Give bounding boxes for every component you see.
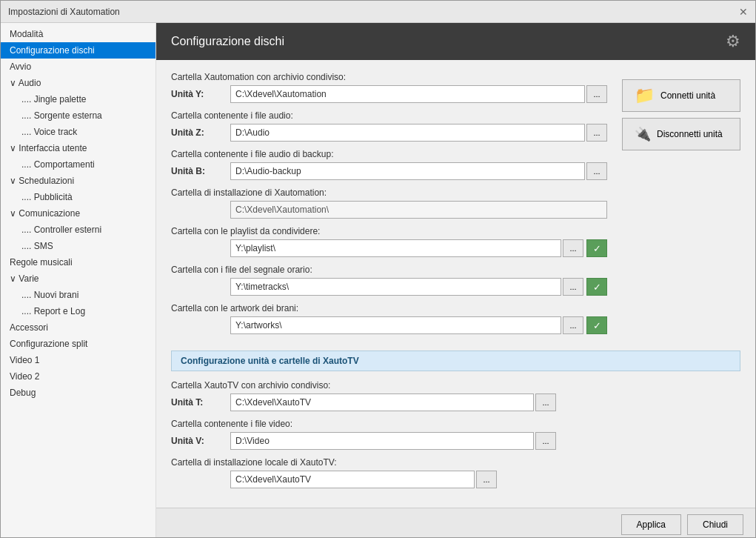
unit-y-desc: Cartella Xautomation con archivio condiv… <box>171 72 607 82</box>
unit-b-row: Unità B: ... <box>171 162 607 180</box>
playlist-check-button[interactable]: ✓ <box>586 239 607 257</box>
sidebar-item-sms[interactable]: .... SMS <box>1 238 155 254</box>
sidebar: Modalità Configurazione dischi Avvio ∨ A… <box>1 23 156 537</box>
arrow-audio: ∨ <box>10 78 19 88</box>
gear-icon: ⚙ <box>726 32 740 51</box>
sidebar-item-video2[interactable]: Video 2 <box>1 368 155 385</box>
sidebar-item-comunicazione[interactable]: ∨ Comunicazione <box>1 205 155 222</box>
right-panel: 📁 Connetti unità 🔌 Disconnetti unità <box>607 72 740 342</box>
unit-t-input-row: ... <box>230 393 556 411</box>
sidebar-item-varie[interactable]: ∨ Varie <box>1 270 155 287</box>
unit-y-input-row: ... <box>230 85 607 103</box>
xautotv-install-browse-button[interactable]: ... <box>476 471 497 488</box>
playlist-input[interactable] <box>230 239 561 257</box>
sidebar-item-report-log[interactable]: .... Report e Log <box>1 303 155 319</box>
artwork-check-button[interactable]: ✓ <box>586 316 607 334</box>
close-button[interactable]: Chiudi <box>687 514 743 535</box>
sidebar-item-controller-esterni[interactable]: .... Controller esterni <box>1 222 155 238</box>
xautotv-install-desc: Cartella di installazione locale di Xaut… <box>171 457 740 468</box>
unit-z-input[interactable] <box>230 124 585 142</box>
sidebar-item-debug[interactable]: Debug <box>1 385 155 401</box>
xautotv-install-input[interactable] <box>230 471 475 488</box>
sidebar-item-pubblicita[interactable]: .... Pubblicità <box>1 189 155 205</box>
arrow-varie: ∨ <box>10 273 19 284</box>
arrow-schedulazioni: ∨ <box>10 176 19 186</box>
install-input-row <box>230 201 607 219</box>
install-desc: Cartella di installazione di Xautomation… <box>171 187 607 198</box>
unit-z-row: Unità Z: ... <box>171 124 607 142</box>
sidebar-item-voice-track[interactable]: .... Voice track <box>1 124 155 140</box>
unit-v-input[interactable] <box>230 432 534 450</box>
unit-v-browse-button[interactable]: ... <box>535 432 556 450</box>
connect-unit-label: Connetti unità <box>660 90 715 101</box>
unit-b-input-row: ... <box>230 162 607 180</box>
main-window: Impostazioni di Xautomation ✕ Modalità C… <box>0 0 756 538</box>
folder-icon: 📁 <box>635 86 655 105</box>
form-section-main: Cartella Xautomation con archivio condiv… <box>171 72 607 342</box>
unit-t-input[interactable] <box>230 393 534 411</box>
unit-b-browse-button[interactable]: ... <box>586 162 607 180</box>
unit-t-label: Unità T: <box>171 397 230 408</box>
unit-z-block: Cartella contenente i file audio: Unità … <box>171 110 607 142</box>
sidebar-item-config-dischi[interactable]: Configurazione dischi <box>1 42 155 59</box>
artwork-desc: Cartella con le artwork dei brani: <box>171 303 607 313</box>
unit-y-input[interactable] <box>230 85 585 103</box>
unit-v-desc: Cartella contenente i file video: <box>171 419 740 429</box>
disconnect-icon: 🔌 <box>635 126 651 142</box>
unit-t-browse-button[interactable]: ... <box>535 393 556 411</box>
unit-y-label: Unità Y: <box>171 89 230 99</box>
sidebar-item-modalita[interactable]: Modalità <box>1 26 155 42</box>
unit-t-desc: Cartella XautoTV con archivio condiviso: <box>171 380 740 391</box>
connect-unit-button[interactable]: 📁 Connetti unità <box>622 79 740 112</box>
sidebar-item-accessori[interactable]: Accessori <box>1 319 155 336</box>
top-section: Cartella Xautomation con archivio condiv… <box>171 72 740 342</box>
playlist-browse-button[interactable]: ... <box>563 239 583 257</box>
unit-t-block: Cartella XautoTV con archivio condiviso:… <box>171 380 740 411</box>
sidebar-item-jingle-palette[interactable]: .... Jingle palette <box>1 91 155 107</box>
sidebar-item-avvio[interactable]: Avvio <box>1 59 155 75</box>
page-title: Configurazione dischi <box>171 35 284 48</box>
sidebar-item-video1[interactable]: Video 1 <box>1 352 155 368</box>
xautotv-install-block: Cartella di installazione locale di Xaut… <box>171 457 740 488</box>
window-title: Impostazioni di Xautomation <box>8 7 120 17</box>
content-area: Cartella Xautomation con archivio condiv… <box>156 60 755 508</box>
unit-y-browse-button[interactable]: ... <box>586 85 607 103</box>
sidebar-item-nuovi-brani[interactable]: .... Nuovi brani <box>1 287 155 303</box>
sidebar-item-comportamenti[interactable]: .... Comportamenti <box>1 156 155 173</box>
install-input[interactable] <box>230 201 607 219</box>
xautotv-install-input-row: ... <box>230 471 497 488</box>
unit-z-browse-button[interactable]: ... <box>586 124 607 142</box>
timesignal-browse-button[interactable]: ... <box>563 278 583 296</box>
install-block: Cartella di installazione di Xautomation… <box>171 187 607 219</box>
sidebar-item-schedulazioni[interactable]: ∨ Schedulazioni <box>1 173 155 189</box>
artwork-block: Cartella con le artwork dei brani: ... ✓ <box>171 303 607 334</box>
unit-b-desc: Cartella contenente i file audio di back… <box>171 149 607 159</box>
xautotv-section-header: Configurazione unità e cartelle di Xauto… <box>171 351 740 371</box>
close-window-button[interactable]: ✕ <box>739 7 748 17</box>
arrow-comunicazione: ∨ <box>10 208 19 219</box>
sidebar-item-config-split[interactable]: Configurazione split <box>1 336 155 352</box>
window-body: Modalità Configurazione dischi Avvio ∨ A… <box>1 23 755 537</box>
unit-b-label: Unità B: <box>171 166 230 176</box>
artwork-browse-button[interactable]: ... <box>563 316 583 334</box>
arrow-interfaccia: ∨ <box>10 143 19 153</box>
unit-z-label: Unità Z: <box>171 127 230 138</box>
sidebar-item-regole-musicali[interactable]: Regole musicali <box>1 254 155 270</box>
timesignal-input[interactable] <box>230 278 561 296</box>
unit-b-input[interactable] <box>230 162 585 180</box>
playlist-input-row: ... ✓ <box>230 239 607 257</box>
sidebar-item-sorgente-esterna[interactable]: .... Sorgente esterna <box>1 107 155 124</box>
disconnect-unit-button[interactable]: 🔌 Disconnetti unità <box>622 118 740 150</box>
timesignal-input-row: ... ✓ <box>230 278 607 296</box>
apply-button[interactable]: Applica <box>621 514 681 535</box>
sidebar-item-audio[interactable]: ∨ Audio <box>1 75 155 91</box>
unit-v-row: Unità V: ... <box>171 432 740 450</box>
sidebar-item-interfaccia-utente[interactable]: ∨ Interfaccia utente <box>1 140 155 156</box>
timesignal-check-button[interactable]: ✓ <box>586 278 607 296</box>
xautotv-section: Configurazione unità e cartelle di Xauto… <box>171 351 740 488</box>
timesignal-desc: Cartella con i file del segnale orario: <box>171 265 607 275</box>
unit-y-block: Cartella Xautomation con archivio condiv… <box>171 72 607 103</box>
unit-v-input-row: ... <box>230 432 556 450</box>
artwork-input[interactable] <box>230 316 561 334</box>
unit-v-block: Cartella contenente i file video: Unità … <box>171 419 740 450</box>
